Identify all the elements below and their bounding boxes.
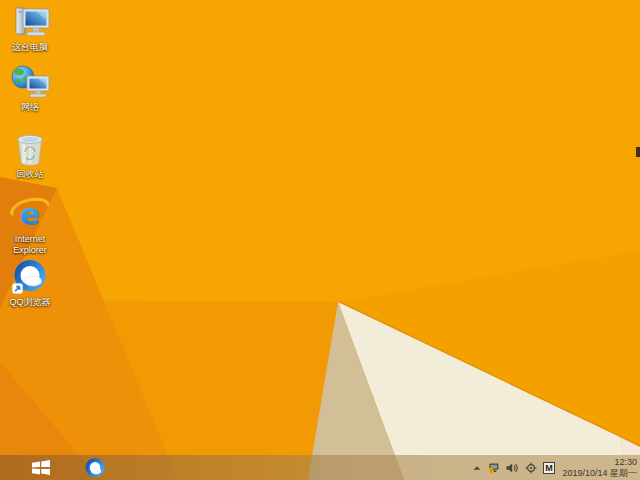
desktop-icon-label: 网络 bbox=[21, 102, 39, 113]
desktop[interactable]: 这台电脑 网络 bbox=[0, 0, 640, 480]
recycle-bin-icon bbox=[15, 131, 45, 167]
screen-edge-marker bbox=[636, 147, 640, 157]
clock-time: 12:30 bbox=[562, 457, 637, 468]
this-pc-icon bbox=[10, 4, 50, 40]
desktop-icon-recycle-bin[interactable]: 回收站 bbox=[1, 131, 59, 180]
taskbar: M 12:30 2019/10/14 星期一 bbox=[0, 455, 640, 480]
desktop-icon-label: QQ浏览器 bbox=[9, 297, 50, 308]
network-icon bbox=[10, 64, 50, 100]
chevron-up-icon bbox=[472, 463, 482, 473]
tray-app-button[interactable] bbox=[525, 462, 537, 474]
show-hidden-icons-button[interactable] bbox=[472, 463, 482, 473]
speaker-icon bbox=[506, 462, 519, 474]
desktop-icon-label: 回收站 bbox=[17, 169, 44, 180]
desktop-icon-label: 这台电脑 bbox=[12, 42, 48, 53]
taskbar-clock[interactable]: 12:30 2019/10/14 星期一 bbox=[562, 457, 637, 479]
volume-button[interactable] bbox=[506, 462, 519, 474]
qq-browser-icon bbox=[84, 457, 106, 479]
taskbar-qq-browser-button[interactable] bbox=[82, 456, 108, 480]
input-method-indicator[interactable]: M bbox=[543, 462, 555, 474]
network-status-button[interactable] bbox=[488, 462, 500, 474]
qq-browser-icon bbox=[12, 259, 48, 295]
internet-explorer-icon: e bbox=[10, 196, 50, 232]
desktop-icon-label: Internet Explorer bbox=[2, 234, 58, 256]
clock-date: 2019/10/14 星期一 bbox=[562, 468, 637, 479]
target-crosshair-icon bbox=[525, 462, 537, 474]
system-tray: M bbox=[472, 455, 555, 480]
desktop-icon-internet-explorer[interactable]: e Internet Explorer bbox=[1, 196, 59, 256]
desktop-icon-this-pc[interactable]: 这台电脑 bbox=[1, 4, 59, 53]
desktop-icon-qq-browser[interactable]: QQ浏览器 bbox=[1, 259, 59, 308]
network-warning-icon bbox=[488, 462, 500, 474]
start-button[interactable] bbox=[26, 455, 56, 480]
windows-logo-icon bbox=[32, 460, 50, 475]
wallpaper bbox=[0, 0, 640, 480]
desktop-icon-network[interactable]: 网络 bbox=[1, 64, 59, 113]
